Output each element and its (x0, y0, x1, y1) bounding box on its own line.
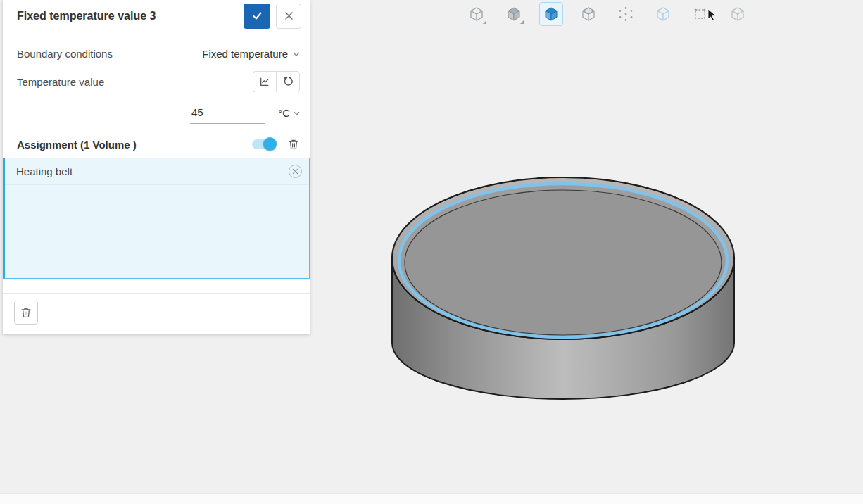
check-icon (251, 10, 263, 22)
cube-vertices-glyph (618, 6, 634, 22)
formula-table-button[interactable] (253, 71, 277, 92)
cube-faint-glyph (730, 6, 745, 22)
pan-inner-floor[interactable] (405, 190, 722, 335)
apply-button[interactable] (244, 4, 270, 29)
reset-button[interactable] (276, 71, 300, 92)
assignment-label: Assignment (1 Volume ) (17, 139, 252, 151)
mouse-cursor-icon (707, 9, 719, 22)
value-mode-buttons (253, 71, 300, 92)
undo-icon (282, 76, 294, 87)
temperature-input[interactable]: 45 (190, 103, 265, 124)
boundary-conditions-value: Fixed temperature (202, 48, 288, 60)
assignment-selection-box[interactable]: Heating belt (3, 158, 310, 279)
solid-cube-icon[interactable] (502, 2, 526, 26)
clear-assignment-button[interactable] (287, 138, 300, 151)
assignment-item[interactable]: Heating belt (5, 158, 309, 185)
edge-select-cube-icon[interactable] (651, 2, 675, 26)
caret-corner-icon (520, 20, 524, 24)
hidden-geometry-cube-icon[interactable] (726, 2, 750, 26)
trash-icon (20, 306, 32, 319)
unit-value: °C (278, 107, 290, 119)
panel-body: Boundary conditions Fixed temperature Te… (3, 32, 310, 151)
unit-select[interactable]: °C (278, 107, 300, 124)
vertex-select-cube-icon[interactable] (614, 2, 638, 26)
temperature-value-row: Temperature value (17, 71, 300, 92)
close-button[interactable] (276, 4, 301, 29)
cube-face-glyph (581, 6, 596, 22)
volume-select-cube-icon[interactable] (539, 2, 563, 26)
trash-icon (287, 138, 300, 151)
chart-icon (259, 76, 270, 87)
settings-panel: Fixed temperature value 3 Boundary condi… (3, 0, 310, 334)
panel-footer (3, 293, 310, 334)
chevron-down-icon (293, 52, 300, 56)
cube-volume-glyph (543, 6, 559, 22)
assignment-item-name: Heating belt (16, 165, 289, 177)
assignment-row: Assignment (1 Volume ) (17, 138, 300, 151)
remove-x-icon (292, 168, 298, 175)
caret-corner-icon (483, 20, 486, 24)
assignment-toggle[interactable] (252, 139, 275, 149)
face-select-cube-icon[interactable] (577, 2, 600, 26)
geometry-cube-icon[interactable] (465, 2, 489, 26)
toggle-knob (263, 137, 277, 151)
temperature-input-row: 45 °C (190, 103, 300, 124)
boundary-conditions-select[interactable]: Fixed temperature (202, 48, 300, 60)
cube-solid-glyph (506, 6, 522, 22)
boundary-conditions-label: Boundary conditions (17, 48, 113, 60)
cube-outline-glyph (469, 6, 484, 22)
chevron-down-icon (294, 111, 300, 115)
model-canvas[interactable] (384, 169, 743, 408)
panel-title: Fixed temperature value 3 (17, 10, 244, 23)
boundary-conditions-row: Boundary conditions Fixed temperature (17, 48, 300, 60)
remove-assignment-button[interactable] (289, 165, 302, 178)
close-icon (284, 11, 294, 20)
dashed-box-glyph (693, 6, 708, 22)
temperature-value-label: Temperature value (17, 76, 104, 88)
panel-header: Fixed temperature value 3 (3, 0, 310, 32)
cube-edges-glyph (655, 6, 671, 22)
delete-boundary-condition-button[interactable] (14, 301, 38, 325)
status-bar (0, 493, 863, 504)
